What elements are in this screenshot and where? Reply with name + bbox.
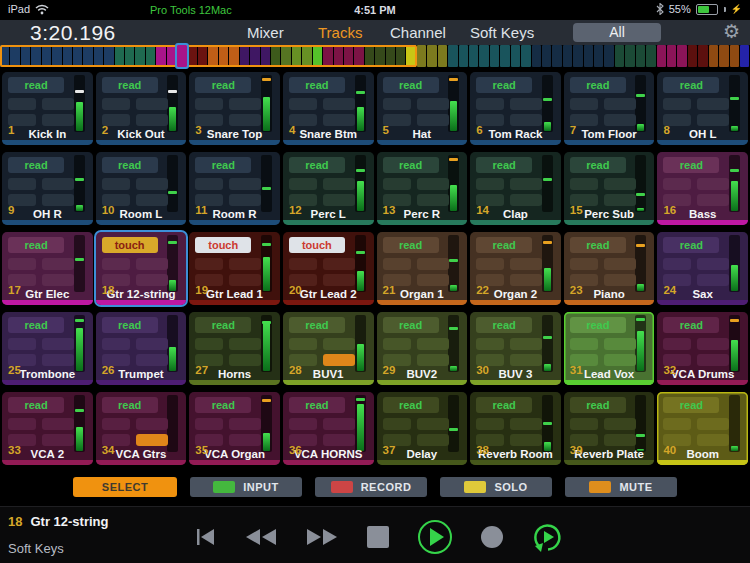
track-tile[interactable]: read26Trumpet <box>96 312 187 385</box>
mute-mode-button[interactable]: MUTE <box>565 477 677 497</box>
slot-record[interactable] <box>42 338 74 350</box>
track-tile[interactable]: read6Tom Rack <box>470 72 561 145</box>
overview-track-segment[interactable] <box>83 45 92 67</box>
slot-record[interactable] <box>510 258 542 270</box>
slot-record[interactable] <box>604 338 636 350</box>
automation-mode-button[interactable]: touch <box>102 237 158 253</box>
overview-track-segment[interactable] <box>63 45 72 67</box>
slot-record[interactable] <box>323 418 355 430</box>
slot-input[interactable] <box>476 98 504 110</box>
overview-track-segment[interactable] <box>104 45 113 67</box>
fast-forward-button[interactable] <box>306 528 338 546</box>
slot-input[interactable] <box>570 338 598 350</box>
track-overview-strip[interactable] <box>0 45 750 67</box>
slot-input[interactable] <box>383 418 411 430</box>
slot-record[interactable] <box>697 418 729 430</box>
slot-record[interactable] <box>42 98 74 110</box>
slot-record[interactable] <box>42 178 74 190</box>
track-tile[interactable]: read9OH R <box>2 152 93 225</box>
fader-position[interactable] <box>356 91 365 94</box>
track-tile[interactable]: touch18Gtr 12-string <box>96 232 187 305</box>
fader-position[interactable] <box>730 319 739 322</box>
overview-track-segment[interactable] <box>594 45 603 67</box>
overview-track-segment[interactable] <box>396 45 405 67</box>
automation-mode-button[interactable]: read <box>570 317 626 333</box>
slot-record[interactable] <box>697 98 729 110</box>
track-tile[interactable]: read1Kick In <box>2 72 93 145</box>
overview-track-segment[interactable] <box>636 45 645 67</box>
tab-soft-keys[interactable]: Soft Keys <box>470 20 534 46</box>
fader-position[interactable] <box>449 327 458 330</box>
overview-track-segment[interactable] <box>542 45 551 67</box>
automation-mode-button[interactable]: read <box>476 77 532 93</box>
fader-position[interactable] <box>262 243 271 246</box>
fader-position[interactable] <box>168 90 177 93</box>
track-tile[interactable]: read27Horns <box>189 312 280 385</box>
tab-mixer[interactable]: Mixer <box>247 20 284 46</box>
slot-record[interactable] <box>323 178 355 190</box>
track-tile[interactable]: read31Lead Vox <box>564 312 655 385</box>
fader-position[interactable] <box>75 258 84 261</box>
overview-track-segment[interactable] <box>479 45 488 67</box>
slot-record[interactable] <box>697 178 729 190</box>
overview-track-segment[interactable] <box>511 45 520 67</box>
automation-mode-button[interactable]: read <box>570 77 626 93</box>
overview-track-segment[interactable] <box>323 45 332 67</box>
slot-input[interactable] <box>570 178 598 190</box>
track-tile[interactable]: read21Organ 1 <box>377 232 468 305</box>
slot-input[interactable] <box>8 338 36 350</box>
fader-position[interactable] <box>356 251 365 254</box>
slot-record[interactable] <box>229 258 261 270</box>
slot-record[interactable] <box>323 338 355 350</box>
overview-track-segment[interactable] <box>365 45 374 67</box>
slot-record[interactable] <box>323 98 355 110</box>
overview-track-segment[interactable] <box>198 45 207 67</box>
automation-mode-button[interactable]: read <box>102 77 158 93</box>
overview-track-segment[interactable] <box>208 45 217 67</box>
slot-input[interactable] <box>102 98 130 110</box>
record-mode-button[interactable]: RECORD <box>315 477 427 497</box>
overview-track-segment[interactable] <box>0 45 9 67</box>
overview-track-segment[interactable] <box>73 45 82 67</box>
overview-track-segment[interactable] <box>667 45 676 67</box>
automation-mode-button[interactable]: read <box>8 317 64 333</box>
automation-mode-button[interactable]: read <box>476 317 532 333</box>
slot-input[interactable] <box>383 178 411 190</box>
automation-mode-button[interactable]: read <box>383 397 439 413</box>
slot-input[interactable] <box>8 418 36 430</box>
track-tile[interactable]: read24Sax <box>657 232 748 305</box>
slot-input[interactable] <box>570 418 598 430</box>
overview-track-segment[interactable] <box>250 45 259 67</box>
slot-input[interactable] <box>663 98 691 110</box>
slot-input[interactable] <box>8 258 36 270</box>
automation-mode-button[interactable]: read <box>195 397 251 413</box>
automation-mode-button[interactable]: read <box>663 157 719 173</box>
overview-track-segment[interactable] <box>532 45 541 67</box>
slot-input[interactable] <box>195 178 223 190</box>
slot-record[interactable] <box>697 338 729 350</box>
slot-input[interactable] <box>289 178 317 190</box>
automation-mode-button[interactable]: read <box>570 237 626 253</box>
automation-mode-button[interactable]: read <box>8 77 64 93</box>
track-tile[interactable]: read34VCA Gtrs <box>96 392 187 465</box>
overview-track-segment[interactable] <box>604 45 613 67</box>
track-tile[interactable]: read25Trombone <box>2 312 93 385</box>
track-tile[interactable]: read16Bass <box>657 152 748 225</box>
overview-track-segment[interactable] <box>406 45 415 67</box>
track-tile[interactable]: read35VCA Organ <box>189 392 280 465</box>
overview-track-segment[interactable] <box>52 45 61 67</box>
overview-track-segment[interactable] <box>156 45 165 67</box>
slot-input[interactable] <box>195 258 223 270</box>
fader-position[interactable] <box>543 336 552 339</box>
fader-position[interactable] <box>449 428 458 431</box>
slot-input[interactable] <box>663 178 691 190</box>
slot-input[interactable] <box>102 338 130 350</box>
overview-track-segment[interactable] <box>615 45 624 67</box>
slot-input[interactable] <box>195 418 223 430</box>
overview-track-segment[interactable] <box>42 45 51 67</box>
automation-mode-button[interactable]: read <box>195 317 251 333</box>
overview-track-segment[interactable] <box>115 45 124 67</box>
fader-position[interactable] <box>75 319 84 322</box>
overview-track-segment[interactable] <box>448 45 457 67</box>
fader-position[interactable] <box>543 241 552 244</box>
